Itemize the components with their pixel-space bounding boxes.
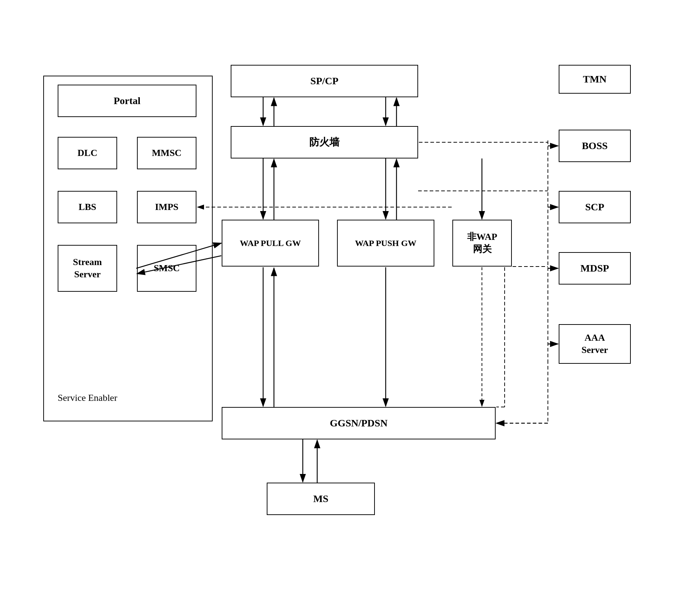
ms-box: MS — [267, 483, 375, 515]
scp-box: SCP — [559, 191, 631, 223]
dlc-box: DLC — [58, 137, 117, 169]
diagram: Portal DLC MMSC LBS IMPS StreamServer SM… — [22, 29, 678, 591]
stream-server-box: StreamServer — [58, 245, 117, 292]
portal-box: Portal — [58, 85, 196, 117]
sp-cp-box: SP/CP — [231, 65, 418, 97]
wap-push-gw-box: WAP PUSH GW — [337, 220, 434, 267]
aaa-server-box: AAAServer — [559, 324, 631, 364]
imps-box: IMPS — [137, 191, 196, 223]
wap-pull-gw-box: WAP PULL GW — [222, 220, 319, 267]
ggsn-pdsn-box: GGSN/PDSN — [222, 407, 496, 439]
firewall-box: 防火墙 — [231, 126, 418, 158]
service-enabler-label: Service Enabler — [58, 393, 117, 403]
non-wap-gw-box: 非WAP网关 — [452, 220, 512, 267]
mdsp-box: MDSP — [559, 252, 631, 285]
smsc-box: SMSC — [137, 245, 196, 292]
mmsc-box: MMSC — [137, 137, 196, 169]
boss-box: BOSS — [559, 130, 631, 162]
lbs-box: LBS — [58, 191, 117, 223]
tmn-box: TMN — [559, 65, 631, 94]
